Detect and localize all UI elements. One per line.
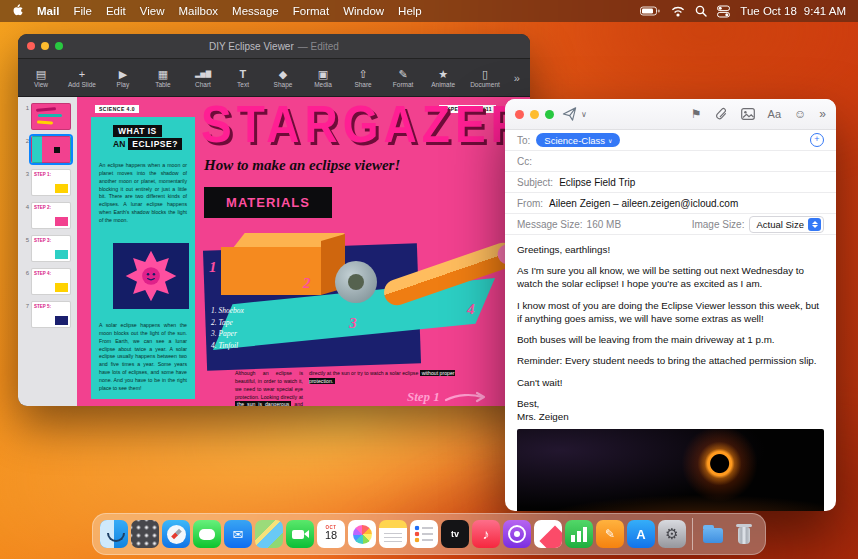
toolbar-play[interactable]: ▶Play [110, 68, 136, 88]
materials-illustration[interactable]: 1 2 3 4 1. Shoebox 2. Tape 3. Paper 4. T… [203, 219, 530, 369]
slide-thumbnail-7[interactable]: STEP 5: [31, 301, 71, 328]
finder-icon[interactable] [100, 520, 128, 548]
eclipse-photo-attachment[interactable] [517, 429, 824, 511]
slide-thumbnail-2-selected[interactable] [31, 136, 71, 163]
slide-canvas[interactable]: SCIENCE 4.0 EXPERIMENT #11 WHAT IS ANECL… [77, 97, 530, 406]
subject-field[interactable]: Subject: Eclipse Field Trip [505, 172, 836, 193]
slide-caption-left[interactable]: Although an eclipse is beautiful, in ord… [235, 370, 303, 406]
wifi-icon[interactable] [671, 6, 685, 17]
menu-app-name[interactable]: Mail [37, 5, 59, 17]
trash-icon[interactable] [730, 520, 758, 548]
body-paragraph: I know most of you are doing the Eclipse… [517, 299, 824, 325]
system-settings-icon[interactable]: ⚙ [658, 520, 686, 548]
toolbar-view[interactable]: ▤View [28, 68, 54, 88]
slide-subhead[interactable]: How to make an eclipse viewer! [204, 157, 524, 174]
stepper-icon [808, 218, 821, 231]
send-options-chevron-icon[interactable]: ∨ [581, 110, 587, 119]
flag-icon[interactable]: ⚑ [691, 108, 702, 120]
toolbar-format[interactable]: ✎Format [390, 68, 416, 88]
news-icon[interactable] [534, 520, 562, 548]
calendar-icon[interactable]: OCT 18 [317, 520, 345, 548]
photos-icon[interactable] [348, 520, 376, 548]
to-field[interactable]: To: Science-Class∨ + [505, 130, 836, 151]
menu-mailbox[interactable]: Mailbox [178, 5, 218, 17]
add-recipient-button[interactable]: + [810, 133, 824, 147]
send-button[interactable] [562, 107, 577, 121]
slide-thumbnail-3[interactable]: STEP 1: [31, 169, 71, 196]
menu-view[interactable]: View [140, 5, 165, 17]
toolbar-table[interactable]: ▦Table [150, 68, 176, 88]
recipient-token[interactable]: Science-Class∨ [536, 133, 620, 147]
slide-thumbnail-4[interactable]: STEP 2: [31, 202, 71, 229]
slide-badge-course[interactable]: SCIENCE 4.0 [95, 105, 139, 113]
step-1-label[interactable]: Step 1 [407, 389, 488, 405]
sun-illustration[interactable] [113, 243, 189, 309]
safari-icon[interactable] [162, 520, 190, 548]
slide-paragraph-2[interactable]: A solar eclipse happens when the moon bl… [99, 322, 187, 392]
toolbar-shape[interactable]: ◆Shape [270, 68, 296, 88]
pages-icon[interactable]: ✎ [596, 520, 624, 548]
facetime-icon[interactable] [286, 520, 314, 548]
more-toolbar-chevron[interactable]: » [819, 107, 826, 121]
zoom-button[interactable] [545, 110, 554, 119]
toolbar-document[interactable]: ▯Document [470, 68, 500, 88]
close-button[interactable] [515, 110, 524, 119]
toolbar-media[interactable]: ▣Media [310, 68, 336, 88]
downloads-folder-icon[interactable] [699, 520, 727, 548]
apple-menu[interactable] [12, 4, 23, 19]
toolbar-chart[interactable]: ▂▅▇Chart [190, 68, 216, 88]
numbers-icon[interactable] [565, 520, 593, 548]
cc-field[interactable]: Cc: [505, 151, 836, 172]
control-center-icon[interactable] [717, 5, 730, 18]
tv-icon[interactable]: tv [441, 520, 469, 548]
slide-headline[interactable]: STARGAZER [201, 97, 529, 153]
zoom-button[interactable] [55, 42, 63, 50]
slide-thumbnail-5[interactable]: STEP 3: [31, 235, 71, 262]
slide-thumbnail-6[interactable]: STEP 4: [31, 268, 71, 295]
toolbar-share[interactable]: ⇧Share [350, 68, 376, 88]
mail-icon[interactable]: ✉ [224, 520, 252, 548]
from-field[interactable]: From: Aileen Zeigen – aileen.zeigen@iclo… [505, 193, 836, 214]
keynote-title-bar[interactable]: DIY Eclipse Viewer— Edited [18, 34, 530, 59]
slide-sidebar[interactable]: WHAT IS ANECLIPSE? An eclipse happens wh… [91, 117, 195, 399]
music-icon[interactable]: ♪ [472, 520, 500, 548]
slide-number: 2 [20, 138, 29, 163]
menu-file[interactable]: File [73, 5, 92, 17]
minimize-button[interactable] [530, 110, 539, 119]
slide-number: 5 [20, 237, 29, 262]
menu-bar-date[interactable]: Tue Oct 18 [740, 5, 796, 17]
menu-message[interactable]: Message [232, 5, 279, 17]
materials-list[interactable]: 1. Shoebox 2. Tape 3. Paper 4. Tinfoil [211, 305, 321, 352]
close-button[interactable] [27, 42, 35, 50]
slide-paragraph-1[interactable]: An eclipse happens when a moon or planet… [99, 162, 187, 224]
search-icon[interactable] [695, 5, 707, 17]
battery-icon[interactable] [640, 6, 661, 16]
message-body[interactable]: Greetings, earthlings! As I'm sure you a… [505, 235, 836, 423]
reminders-icon[interactable] [410, 520, 438, 548]
slide-thumbnail-1[interactable] [31, 103, 71, 130]
menu-format[interactable]: Format [293, 5, 329, 17]
app-store-icon[interactable]: A [627, 520, 655, 548]
minimize-button[interactable] [41, 42, 49, 50]
menu-window[interactable]: Window [343, 5, 384, 17]
menu-bar-time[interactable]: 9:41 AM [804, 5, 846, 17]
mail-title-bar[interactable]: ∨ ⚑ Aa ☺ » [505, 99, 836, 130]
photo-browser-icon[interactable] [741, 108, 755, 120]
toolbar-animate[interactable]: ★Animate [430, 68, 456, 88]
menu-help[interactable]: Help [398, 5, 422, 17]
slide-caption-right[interactable]: directly at the sun or try to watch a so… [309, 370, 459, 386]
toolbar-add-slide[interactable]: +Add Slide [68, 68, 96, 88]
attach-paperclip-icon[interactable] [715, 107, 728, 121]
messages-icon[interactable] [193, 520, 221, 548]
materials-header[interactable]: MATERIALS [204, 187, 332, 218]
format-text-icon[interactable]: Aa [768, 108, 781, 120]
podcasts-icon[interactable] [503, 520, 531, 548]
notes-icon[interactable] [379, 520, 407, 548]
image-size-select[interactable]: Actual Size [749, 216, 824, 233]
toolbar-overflow-chevron[interactable]: » [514, 72, 520, 84]
emoji-icon[interactable]: ☺ [794, 108, 806, 120]
toolbar-text[interactable]: TText [230, 68, 256, 88]
maps-icon[interactable] [255, 520, 283, 548]
menu-edit[interactable]: Edit [106, 5, 126, 17]
launchpad-icon[interactable] [131, 520, 159, 548]
